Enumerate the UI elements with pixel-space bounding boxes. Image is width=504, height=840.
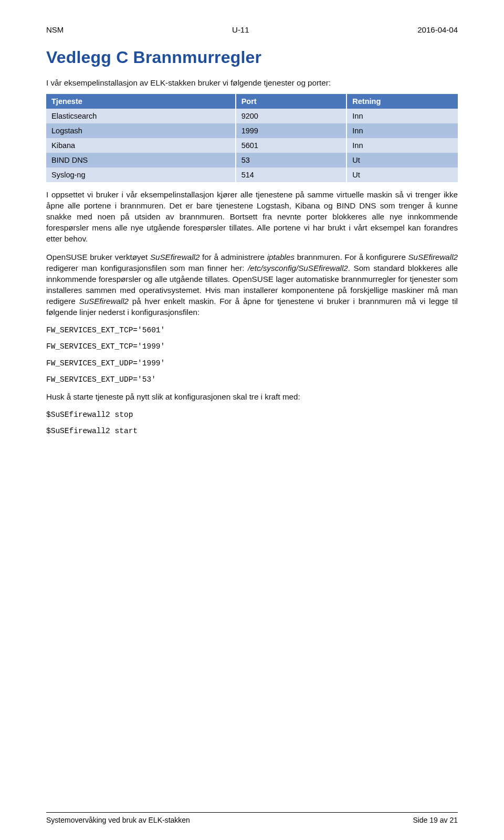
cell-direction: Inn [346, 109, 458, 123]
p2-emph: SuSEfirewall2 [150, 253, 200, 261]
command-line-2: $SuSEfirewall2 start [46, 426, 458, 437]
header-left: NSM [46, 25, 64, 34]
cell-direction: Inn [346, 123, 458, 138]
page-content: Vedlegg C Brannmurregler I vår eksempeli… [46, 48, 458, 812]
cell-port: 53 [236, 153, 347, 167]
config-line-3: FW_SERVICES_EXT_UDP='1999' [46, 359, 458, 369]
page-header: NSM U-11 2016-04-04 [46, 25, 458, 34]
cell-direction: Ut [346, 153, 458, 167]
paragraph-2: OpenSUSE bruker verktøyet SuSEfirewall2 … [46, 252, 458, 318]
cell-port: 1999 [236, 123, 347, 138]
page-title: Vedlegg C Brannmurregler [46, 48, 458, 67]
table-header-service: Tjeneste [46, 94, 236, 109]
table-row: Syslog-ng 514 Ut [46, 167, 458, 182]
p2-emph: SuSEfirewall2 [79, 297, 129, 306]
table-header-direction: Retning [346, 94, 458, 109]
p2-span: for å administrere [200, 253, 267, 261]
intro-paragraph: I vår eksempelinstallasjon av ELK-stakke… [46, 78, 458, 89]
cell-direction: Inn [346, 138, 458, 153]
table-row: Logstash 1999 Inn [46, 123, 458, 138]
cell-port: 5601 [236, 138, 347, 153]
cell-direction: Ut [346, 167, 458, 182]
p2-span: OpenSUSE bruker verktøyet [46, 253, 150, 261]
table-row: Kibana 5601 Inn [46, 138, 458, 153]
p2-span: brannmuren. For å konfigurere [295, 253, 408, 261]
table-row: BIND DNS 53 Ut [46, 153, 458, 167]
p2-emph: iptables [267, 253, 295, 261]
config-line-2: FW_SERVICES_EXT_TCP='1999' [46, 342, 458, 352]
header-right: 2016-04-04 [417, 25, 458, 34]
paragraph-3: Husk å starte tjeneste på nytt slik at k… [46, 392, 458, 403]
table-row: Elasticsearch 9200 Inn [46, 109, 458, 123]
p2-span: redigerer man konfigurasjonsfilen som ma… [46, 264, 248, 272]
config-line-1: FW_SERVICES_EXT_TCP='5601' [46, 326, 458, 336]
cell-service: Logstash [46, 123, 236, 138]
cell-service: Syslog-ng [46, 167, 236, 182]
table-header-port: Port [236, 94, 347, 109]
p2-emph: /etc/sysconfig/SuSEfirewall2 [248, 264, 348, 272]
cell-service: BIND DNS [46, 153, 236, 167]
footer-right: Side 19 av 21 [413, 816, 458, 824]
config-line-4: FW_SERVICES_EXT_UDP='53' [46, 375, 458, 385]
command-line-1: $SuSEfirewall2 stop [46, 410, 458, 421]
services-ports-table: Tjeneste Port Retning Elasticsearch 9200… [46, 94, 458, 182]
page-footer: Systemovervåking ved bruk av ELK-stakken… [46, 812, 458, 824]
table-header-row: Tjeneste Port Retning [46, 94, 458, 109]
cell-port: 514 [236, 167, 347, 182]
paragraph-1: I oppsettet vi bruker i vår eksempelinst… [46, 190, 458, 245]
footer-left: Systemovervåking ved bruk av ELK-stakken [46, 816, 190, 824]
cell-service: Elasticsearch [46, 109, 236, 123]
document-page: NSM U-11 2016-04-04 Vedlegg C Brannmurre… [0, 0, 504, 840]
p2-emph: SuSEfirewall2 [408, 253, 458, 261]
cell-port: 9200 [236, 109, 347, 123]
header-center: U-11 [232, 25, 249, 34]
cell-service: Kibana [46, 138, 236, 153]
